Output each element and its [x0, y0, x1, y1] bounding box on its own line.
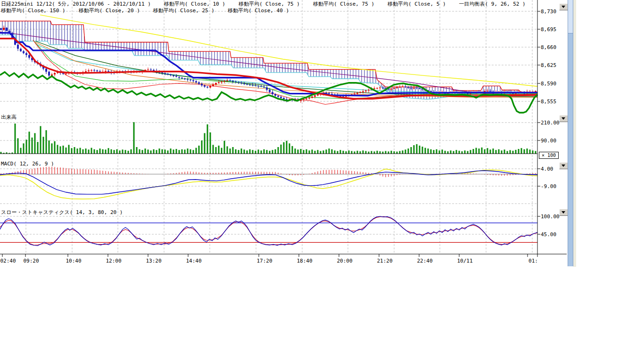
price-axis-label: 8,625	[541, 62, 556, 68]
x-axis-label: 18:40	[297, 258, 312, 264]
legend-item: 移動平均( Close, 25 )	[153, 8, 215, 14]
main-scale-dropdown-button[interactable]	[559, 3, 568, 10]
x-axis-label: 09:20	[23, 258, 39, 264]
x-axis-label: 01:	[528, 258, 538, 264]
x-axis-label: 13:20	[146, 258, 161, 264]
legend-item: 一目均衡表( 9, 26, 52 )	[459, 1, 526, 7]
volume-multiplier-badge: × 100	[539, 152, 559, 159]
price-axis-label: -9.00	[541, 183, 556, 189]
legend-item: 移動平均( Close, 150 )	[1, 8, 66, 14]
x-axis-label: 20:00	[337, 258, 352, 264]
vertical-gridlines	[26, 0, 532, 254]
window-edge	[573, 0, 576, 267]
macd-scale-dropdown-button[interactable]	[559, 162, 568, 169]
legend-item: 移動平均( Close, 75 )	[313, 1, 374, 7]
price-axis-label: 100.00	[541, 214, 560, 220]
stoch-d-line	[0, 217, 537, 245]
price-axis-label: 4.00	[541, 166, 553, 172]
legend-item: 移動平均( Close, 75 )	[239, 1, 300, 7]
legend-item: 移動平均( Close, 40 )	[228, 8, 289, 14]
header-line-1: 日経225mini 12/12( 5分, 2012/10/06 - 2012/1…	[1, 1, 539, 7]
x-axis-label: 10/11	[457, 258, 472, 264]
x-axis-label: 22:40	[417, 258, 432, 264]
price-axis-label: 45.00	[541, 231, 556, 238]
vertical-scrollbar[interactable]	[568, 0, 573, 266]
chevron-down-icon	[561, 6, 565, 8]
x-axis-label: 21:20	[377, 258, 392, 264]
scrollbar-thumb[interactable]	[568, 0, 573, 33]
legend-item: 日経225mini 12/12( 5分, 2012/10/06 - 2012/1…	[1, 1, 151, 7]
header-line-2: 移動平均( Close, 150 )移動平均( Close, 20 )移動平均(…	[1, 8, 302, 14]
x-axis-label: 14:40	[186, 258, 201, 264]
x-axis-label: 17:20	[256, 258, 272, 264]
macd-histogram	[1, 167, 536, 177]
chevron-down-icon	[561, 211, 565, 214]
x-axis-label: 02:40	[0, 258, 16, 264]
x-axis-label: 12:00	[106, 258, 121, 264]
macd-panel-label: MACD( 12, 26, 9 )	[1, 161, 54, 167]
price-axis-label: 210.00	[541, 120, 560, 126]
price-axis-label: 90.00	[541, 138, 556, 144]
stoch-scale-dropdown-button[interactable]	[559, 209, 568, 216]
volume-panel-label: 出来高	[1, 114, 17, 121]
chart-application-window: 日経225mini 12/12( 5分, 2012/10/06 - 2012/1…	[0, 0, 644, 362]
stoch-k-line	[0, 216, 537, 246]
ichimoku-senkou-b	[0, 35, 537, 99]
horizontal-gridlines	[0, 11, 537, 234]
price-axis-label: 8,555	[541, 99, 556, 105]
price-axis-label: 8,695	[541, 26, 556, 33]
volume-bars	[0, 122, 537, 154]
price-axis-label: 8,590	[541, 81, 556, 87]
price-axis-label: 8,730	[541, 8, 556, 15]
volume-scale-dropdown-button[interactable]	[559, 115, 568, 122]
stochastics-panel-label: スロー・ストキャスティクス( 14, 3, 80, 20 )	[1, 209, 123, 216]
legend-item: 移動平均( Close, 20 )	[79, 8, 140, 14]
legend-item: 移動平均( Close, 5 )	[388, 1, 446, 7]
chart-canvas[interactable]	[0, 0, 576, 267]
chevron-down-icon	[561, 165, 565, 167]
x-axis-label: 10:40	[66, 258, 81, 264]
chevron-down-icon	[561, 117, 565, 120]
price-axis-label: 8,660	[541, 44, 556, 50]
legend-item: 移動平均( Close, 10 )	[164, 1, 225, 7]
